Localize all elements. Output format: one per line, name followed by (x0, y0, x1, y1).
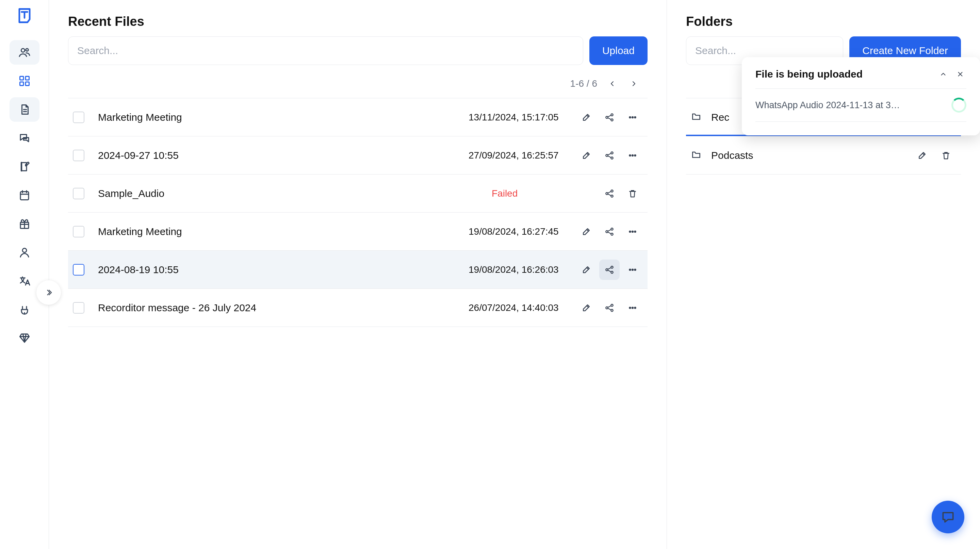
recent-files-panel: Recent Files Upload 1-6 / 6 Marketing Me… (49, 0, 667, 549)
file-name: Recorditor message - 26 July 2024 (90, 302, 463, 314)
svg-rect-2 (20, 76, 24, 80)
svg-rect-5 (25, 82, 29, 86)
nav-user[interactable] (10, 240, 40, 265)
nav-gift[interactable] (10, 211, 40, 236)
svg-point-40 (632, 307, 633, 308)
pager-prev-button[interactable] (605, 77, 619, 90)
file-row[interactable]: Marketing Meeting 13/11/2024, 15:17:05 (68, 98, 648, 136)
svg-point-14 (635, 117, 636, 118)
svg-point-18 (630, 155, 631, 156)
nav-calendar[interactable] (10, 183, 40, 208)
share-button[interactable] (599, 183, 620, 204)
file-row[interactable]: 2024-08-19 10:55 19/08/2024, 16:26:03 (68, 251, 648, 289)
nav-premium[interactable] (10, 326, 40, 351)
svg-point-12 (630, 117, 631, 118)
file-meta: 26/07/2024, 14:40:03 (469, 302, 571, 313)
more-button[interactable] (622, 221, 643, 242)
row-checkbox[interactable] (73, 188, 84, 199)
toast-title: File is being uploaded (756, 68, 932, 80)
file-row[interactable]: Sample_Audio Failed (68, 175, 648, 213)
pager-range: 1-6 / 6 (570, 78, 597, 89)
svg-rect-3 (25, 76, 29, 80)
row-checkbox[interactable] (73, 302, 84, 314)
folder-row[interactable]: Podcasts (686, 136, 961, 175)
edit-button[interactable] (576, 298, 597, 318)
file-meta: Failed (492, 188, 594, 199)
folder-icon (691, 111, 702, 124)
recent-files-title: Recent Files (68, 14, 648, 29)
svg-point-28 (632, 231, 633, 232)
nav-integrations[interactable] (10, 297, 40, 322)
nav-notes[interactable] (10, 154, 40, 179)
svg-point-29 (635, 231, 636, 232)
app-logo (15, 6, 34, 25)
folders-title: Folders (686, 14, 961, 29)
edit-button[interactable] (576, 145, 597, 166)
nav-files[interactable] (10, 97, 40, 122)
file-row[interactable]: 2024-09-27 10:55 27/09/2024, 16:25:57 (68, 136, 648, 175)
file-meta: 19/08/2024, 16:27:45 (469, 226, 571, 237)
nav-people[interactable] (10, 40, 40, 65)
svg-point-20 (635, 155, 636, 156)
more-button[interactable] (622, 107, 643, 128)
sidebar (0, 0, 49, 549)
share-button[interactable] (599, 260, 620, 280)
toast-close-button[interactable] (954, 68, 966, 80)
svg-point-13 (632, 117, 633, 118)
nav-translate[interactable] (10, 269, 40, 293)
edit-button[interactable] (576, 221, 597, 242)
file-name: Sample_Audio (90, 188, 486, 199)
svg-point-41 (635, 307, 636, 308)
sidebar-expand-button[interactable] (37, 280, 61, 305)
svg-point-27 (630, 231, 631, 232)
files-pager: 1-6 / 6 (68, 69, 648, 98)
edit-button[interactable] (576, 260, 597, 280)
share-button[interactable] (599, 145, 620, 166)
files-search-input[interactable] (68, 36, 583, 65)
row-checkbox[interactable] (73, 111, 84, 123)
svg-rect-6 (21, 192, 29, 200)
upload-button[interactable]: Upload (589, 36, 648, 65)
file-name: Marketing Meeting (90, 111, 463, 123)
toast-filename: WhatsApp Audio 2024-11-13 at 3… (756, 100, 947, 111)
more-button[interactable] (622, 145, 643, 166)
share-button[interactable] (599, 298, 620, 318)
delete-button[interactable] (936, 145, 956, 166)
more-button[interactable] (622, 260, 643, 280)
row-checkbox[interactable] (73, 150, 84, 161)
file-meta: 19/08/2024, 16:26:03 (469, 264, 571, 275)
upload-toast: File is being uploaded WhatsApp Audio 20… (742, 57, 980, 135)
edit-button[interactable] (576, 107, 597, 128)
svg-point-0 (21, 49, 25, 52)
file-name: 2024-09-27 10:55 (90, 150, 463, 161)
folders-panel: Folders Create New Folder Rec Podcasts F… (667, 0, 980, 549)
file-row[interactable]: Marketing Meeting 19/08/2024, 16:27:45 (68, 213, 648, 251)
spinner-icon (951, 98, 966, 113)
chat-fab-button[interactable] (932, 501, 964, 533)
svg-point-35 (635, 269, 636, 270)
toast-collapse-button[interactable] (937, 68, 950, 80)
share-button[interactable] (599, 221, 620, 242)
file-meta: 13/11/2024, 15:17:05 (469, 112, 571, 123)
row-checkbox[interactable] (73, 226, 84, 237)
file-name: 2024-08-19 10:55 (90, 264, 463, 276)
more-button[interactable] (622, 298, 643, 318)
nav-dashboard[interactable] (10, 69, 40, 93)
pager-next-button[interactable] (627, 77, 641, 90)
share-button[interactable] (599, 107, 620, 128)
svg-point-8 (22, 248, 27, 252)
folder-icon (691, 149, 702, 162)
edit-button[interactable] (912, 145, 932, 166)
file-name: Marketing Meeting (90, 226, 463, 237)
row-checkbox[interactable] (73, 264, 84, 276)
svg-rect-4 (20, 82, 24, 86)
svg-point-19 (632, 155, 633, 156)
file-row[interactable]: Recorditor message - 26 July 2024 26/07/… (68, 289, 648, 327)
folder-name: Podcasts (708, 150, 905, 161)
svg-point-1 (25, 49, 28, 51)
delete-button[interactable] (622, 183, 643, 204)
svg-point-33 (630, 269, 631, 270)
svg-point-34 (632, 269, 633, 270)
nav-chat[interactable] (10, 126, 40, 150)
file-meta: 27/09/2024, 16:25:57 (469, 150, 571, 161)
